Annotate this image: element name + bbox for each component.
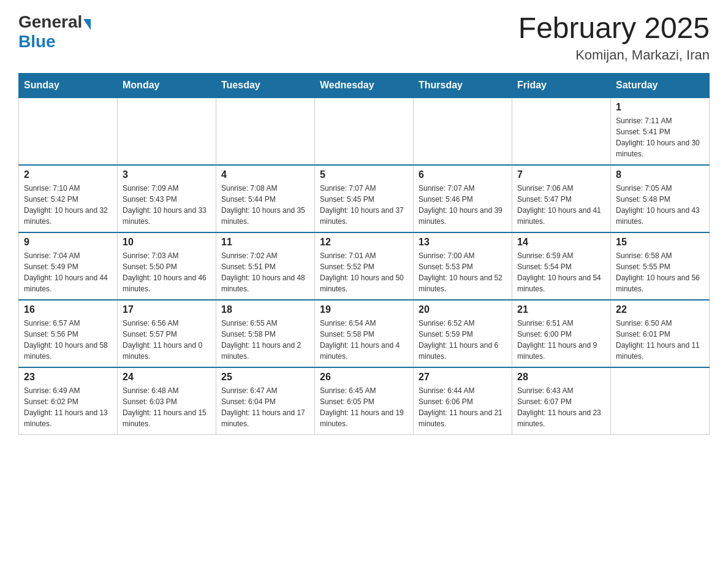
day-info: Sunrise: 6:52 AMSunset: 5:59 PMDaylight:… (419, 318, 507, 362)
calendar-cell: 26Sunrise: 6:45 AMSunset: 6:05 PMDayligh… (315, 367, 414, 435)
calendar-cell: 9Sunrise: 7:04 AMSunset: 5:49 PMDaylight… (19, 232, 118, 300)
calendar-cell: 16Sunrise: 6:57 AMSunset: 5:56 PMDayligh… (19, 300, 118, 367)
logo-blue-text: Blue (18, 32, 56, 51)
day-info: Sunrise: 6:56 AMSunset: 5:57 PMDaylight:… (123, 318, 211, 362)
day-info: Sunrise: 7:04 AMSunset: 5:49 PMDaylight:… (24, 250, 112, 294)
calendar-cell: 20Sunrise: 6:52 AMSunset: 5:59 PMDayligh… (414, 300, 512, 367)
day-number: 9 (24, 237, 112, 248)
calendar-week-row: 23Sunrise: 6:49 AMSunset: 6:02 PMDayligh… (19, 367, 710, 435)
month-title: February 2025 (518, 12, 710, 45)
day-number: 16 (24, 304, 112, 315)
calendar-cell: 23Sunrise: 6:49 AMSunset: 6:02 PMDayligh… (19, 367, 118, 435)
day-info: Sunrise: 6:50 AMSunset: 6:01 PMDaylight:… (616, 318, 704, 362)
calendar-cell: 21Sunrise: 6:51 AMSunset: 6:00 PMDayligh… (512, 300, 611, 367)
calendar-cell (512, 98, 611, 165)
calendar-cell: 2Sunrise: 7:10 AMSunset: 5:42 PMDaylight… (19, 165, 118, 232)
day-info: Sunrise: 7:07 AMSunset: 5:46 PMDaylight:… (419, 183, 507, 227)
day-info: Sunrise: 7:07 AMSunset: 5:45 PMDaylight:… (320, 183, 408, 227)
day-number: 18 (221, 304, 309, 315)
calendar-cell (19, 98, 118, 165)
calendar-week-row: 2Sunrise: 7:10 AMSunset: 5:42 PMDaylight… (19, 165, 710, 232)
day-info: Sunrise: 6:45 AMSunset: 6:05 PMDaylight:… (320, 385, 408, 429)
location-title: Komijan, Markazi, Iran (518, 47, 710, 63)
calendar-header-wednesday: Wednesday (315, 73, 414, 98)
calendar-week-row: 9Sunrise: 7:04 AMSunset: 5:49 PMDaylight… (19, 232, 710, 300)
page-header: General Blue February 2025 Komijan, Mark… (18, 12, 710, 63)
calendar-cell (414, 98, 512, 165)
day-info: Sunrise: 7:09 AMSunset: 5:43 PMDaylight:… (123, 183, 211, 227)
day-info: Sunrise: 7:05 AMSunset: 5:48 PMDaylight:… (616, 183, 704, 227)
day-info: Sunrise: 7:03 AMSunset: 5:50 PMDaylight:… (123, 250, 211, 294)
day-number: 12 (320, 237, 408, 248)
calendar-cell (611, 367, 710, 435)
day-info: Sunrise: 7:11 AMSunset: 5:41 PMDaylight:… (616, 115, 704, 159)
day-number: 28 (517, 372, 605, 383)
calendar-cell: 22Sunrise: 6:50 AMSunset: 6:01 PMDayligh… (611, 300, 710, 367)
day-info: Sunrise: 6:48 AMSunset: 6:03 PMDaylight:… (123, 385, 211, 429)
day-info: Sunrise: 6:57 AMSunset: 5:56 PMDaylight:… (24, 318, 112, 362)
day-number: 27 (419, 372, 507, 383)
calendar-week-row: 1Sunrise: 7:11 AMSunset: 5:41 PMDaylight… (19, 98, 710, 165)
day-number: 13 (419, 237, 507, 248)
day-info: Sunrise: 6:43 AMSunset: 6:07 PMDaylight:… (517, 385, 605, 429)
calendar-cell: 10Sunrise: 7:03 AMSunset: 5:50 PMDayligh… (118, 232, 216, 300)
calendar-table: SundayMondayTuesdayWednesdayThursdayFrid… (18, 73, 710, 435)
day-info: Sunrise: 6:55 AMSunset: 5:58 PMDaylight:… (221, 318, 309, 362)
day-number: 25 (221, 372, 309, 383)
calendar-cell: 4Sunrise: 7:08 AMSunset: 5:44 PMDaylight… (216, 165, 315, 232)
day-number: 19 (320, 304, 408, 315)
day-number: 8 (616, 169, 704, 180)
day-number: 3 (123, 169, 211, 180)
calendar-header-friday: Friday (512, 73, 611, 98)
day-number: 23 (24, 372, 112, 383)
calendar-cell: 3Sunrise: 7:09 AMSunset: 5:43 PMDaylight… (118, 165, 216, 232)
calendar-cell: 14Sunrise: 6:59 AMSunset: 5:54 PMDayligh… (512, 232, 611, 300)
day-info: Sunrise: 7:02 AMSunset: 5:51 PMDaylight:… (221, 250, 309, 294)
day-info: Sunrise: 6:47 AMSunset: 6:04 PMDaylight:… (221, 385, 309, 429)
logo-general-text: General (18, 12, 82, 32)
calendar-cell (315, 98, 414, 165)
calendar-cell: 19Sunrise: 6:54 AMSunset: 5:58 PMDayligh… (315, 300, 414, 367)
calendar-cell: 25Sunrise: 6:47 AMSunset: 6:04 PMDayligh… (216, 367, 315, 435)
day-info: Sunrise: 6:58 AMSunset: 5:55 PMDaylight:… (616, 250, 704, 294)
calendar-cell: 18Sunrise: 6:55 AMSunset: 5:58 PMDayligh… (216, 300, 315, 367)
calendar-cell: 15Sunrise: 6:58 AMSunset: 5:55 PMDayligh… (611, 232, 710, 300)
calendar-cell: 24Sunrise: 6:48 AMSunset: 6:03 PMDayligh… (118, 367, 216, 435)
day-info: Sunrise: 7:08 AMSunset: 5:44 PMDaylight:… (221, 183, 309, 227)
day-number: 20 (419, 304, 507, 315)
calendar-cell: 8Sunrise: 7:05 AMSunset: 5:48 PMDaylight… (611, 165, 710, 232)
day-number: 15 (616, 237, 704, 248)
calendar-cell: 28Sunrise: 6:43 AMSunset: 6:07 PMDayligh… (512, 367, 611, 435)
calendar-header-saturday: Saturday (611, 73, 710, 98)
calendar-header-tuesday: Tuesday (216, 73, 315, 98)
calendar-cell (216, 98, 315, 165)
calendar-cell: 12Sunrise: 7:01 AMSunset: 5:52 PMDayligh… (315, 232, 414, 300)
day-info: Sunrise: 6:59 AMSunset: 5:54 PMDaylight:… (517, 250, 605, 294)
day-number: 21 (517, 304, 605, 315)
calendar-cell: 11Sunrise: 7:02 AMSunset: 5:51 PMDayligh… (216, 232, 315, 300)
day-number: 22 (616, 304, 704, 315)
day-number: 24 (123, 372, 211, 383)
day-number: 17 (123, 304, 211, 315)
calendar-cell: 5Sunrise: 7:07 AMSunset: 5:45 PMDaylight… (315, 165, 414, 232)
day-number: 1 (616, 102, 704, 113)
logo-arrow-icon (83, 19, 91, 30)
day-info: Sunrise: 7:06 AMSunset: 5:47 PMDaylight:… (517, 183, 605, 227)
day-number: 10 (123, 237, 211, 248)
calendar-cell: 6Sunrise: 7:07 AMSunset: 5:46 PMDaylight… (414, 165, 512, 232)
logo: General Blue (18, 12, 92, 52)
calendar-cell: 13Sunrise: 7:00 AMSunset: 5:53 PMDayligh… (414, 232, 512, 300)
calendar-cell: 27Sunrise: 6:44 AMSunset: 6:06 PMDayligh… (414, 367, 512, 435)
title-block: February 2025 Komijan, Markazi, Iran (518, 12, 710, 63)
calendar-header-sunday: Sunday (19, 73, 118, 98)
day-info: Sunrise: 6:44 AMSunset: 6:06 PMDaylight:… (419, 385, 507, 429)
calendar-week-row: 16Sunrise: 6:57 AMSunset: 5:56 PMDayligh… (19, 300, 710, 367)
day-number: 11 (221, 237, 309, 248)
day-info: Sunrise: 7:01 AMSunset: 5:52 PMDaylight:… (320, 250, 408, 294)
day-number: 6 (419, 169, 507, 180)
day-number: 5 (320, 169, 408, 180)
day-info: Sunrise: 6:49 AMSunset: 6:02 PMDaylight:… (24, 385, 112, 429)
day-info: Sunrise: 7:00 AMSunset: 5:53 PMDaylight:… (419, 250, 507, 294)
day-info: Sunrise: 6:51 AMSunset: 6:00 PMDaylight:… (517, 318, 605, 362)
calendar-cell (118, 98, 216, 165)
